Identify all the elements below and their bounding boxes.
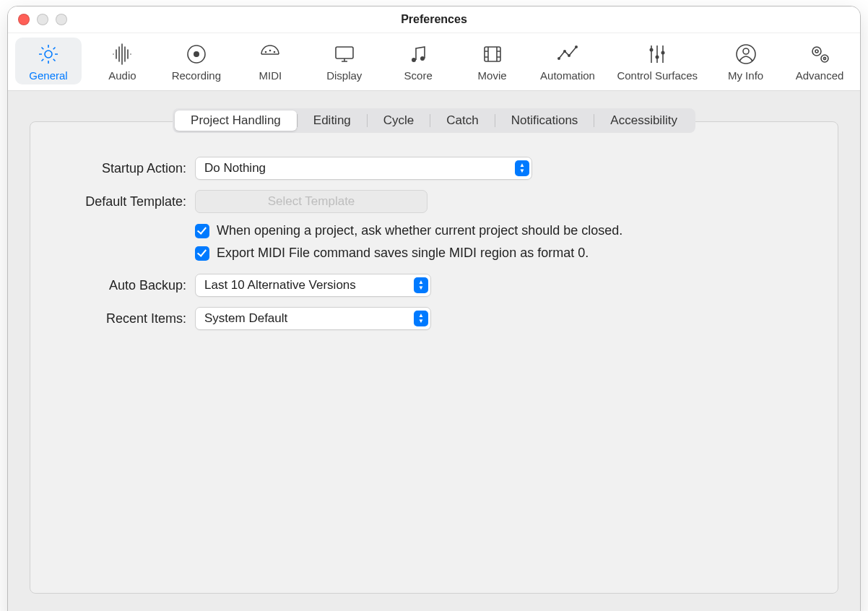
auto-backup-value: Last 10 Alternative Versions: [204, 278, 356, 292]
toolbar-item-advanced[interactable]: Advanced: [786, 38, 853, 84]
toolbar-label: My Info: [728, 69, 763, 82]
sub-tab-bar: Project Handling Editing Cycle Catch Not…: [173, 108, 695, 133]
export-midi-format0-checkbox[interactable]: [195, 246, 209, 261]
ask-close-project-checkbox[interactable]: [195, 224, 209, 238]
record-icon: [184, 42, 209, 66]
svg-point-22: [823, 57, 825, 59]
waveform-icon: [110, 42, 134, 66]
toolbar-item-midi[interactable]: MIDI: [237, 38, 303, 84]
svg-point-16: [661, 51, 665, 55]
toolbar-label: Advanced: [796, 69, 844, 82]
svg-point-14: [650, 48, 654, 52]
toolbar-item-my-info[interactable]: My Info: [713, 38, 779, 84]
svg-point-12: [568, 54, 570, 57]
toolbar-item-score[interactable]: Score: [385, 38, 451, 84]
preferences-toolbar: General Audio Recording MIDI Display: [8, 33, 860, 91]
toolbar-label: MIDI: [259, 69, 282, 82]
svg-point-11: [563, 50, 566, 53]
tab-editing[interactable]: Editing: [298, 110, 367, 131]
toolbar-label: Display: [326, 69, 362, 82]
svg-point-5: [274, 51, 276, 53]
content-area: Project Handling Editing Cycle Catch Not…: [8, 91, 860, 611]
toolbar-label: Audio: [108, 69, 136, 82]
auto-backup-popup[interactable]: Last 10 Alternative Versions: [195, 274, 431, 297]
svg-point-19: [812, 47, 821, 56]
svg-point-2: [194, 51, 199, 57]
toolbar-item-automation[interactable]: Automation: [533, 38, 602, 84]
svg-point-10: [557, 57, 560, 60]
automation-curve-icon: [555, 42, 580, 66]
toolbar-label: Automation: [540, 69, 595, 82]
svg-point-0: [45, 51, 52, 58]
music-notes-icon: [406, 42, 430, 66]
recent-items-value: System Default: [204, 311, 287, 326]
default-template-label: Default Template:: [56, 194, 195, 209]
window-title: Preferences: [8, 13, 860, 26]
svg-point-3: [265, 51, 267, 53]
sliders-icon: [645, 42, 669, 66]
toolbar-item-control-surfaces[interactable]: Control Surfaces: [609, 38, 705, 84]
preferences-window: Preferences General Audio Recording MI: [7, 6, 861, 611]
svg-point-18: [743, 48, 749, 54]
export-midi-format0-label: Export MIDI File command saves single MI…: [217, 246, 589, 261]
toolbar-label: Score: [404, 69, 433, 82]
toolbar-item-general[interactable]: General: [15, 38, 82, 84]
person-circle-icon: [734, 42, 758, 66]
popup-stepper-icon: [515, 160, 529, 176]
tab-catch[interactable]: Catch: [430, 110, 494, 131]
tab-cycle[interactable]: Cycle: [368, 110, 430, 131]
toolbar-label: Recording: [172, 69, 221, 82]
gear-icon: [36, 42, 61, 66]
recent-items-popup[interactable]: System Default: [195, 307, 431, 330]
toolbar-label: Movie: [478, 69, 507, 82]
svg-rect-6: [336, 47, 353, 58]
auto-backup-label: Auto Backup:: [56, 278, 195, 293]
toolbar-label: General: [29, 69, 67, 82]
toolbar-item-audio[interactable]: Audio: [89, 38, 155, 84]
toolbar-label: Control Surfaces: [617, 69, 698, 82]
svg-point-8: [420, 56, 425, 61]
svg-rect-9: [485, 47, 500, 61]
project-handling-panel: Startup Action: Do Nothing Default Templ…: [30, 121, 838, 594]
popup-stepper-icon: [414, 277, 428, 293]
startup-action-popup[interactable]: Do Nothing: [195, 157, 532, 180]
recent-items-label: Recent Items:: [56, 311, 195, 326]
tab-project-handling[interactable]: Project Handling: [175, 110, 297, 131]
svg-point-15: [656, 56, 659, 59]
startup-action-value: Do Nothing: [204, 161, 266, 176]
toolbar-item-display[interactable]: Display: [311, 38, 378, 84]
midi-port-icon: [258, 42, 282, 66]
tab-notifications[interactable]: Notifications: [495, 110, 594, 131]
toolbar-item-movie[interactable]: Movie: [459, 38, 526, 84]
toolbar-item-recording[interactable]: Recording: [163, 38, 230, 84]
ask-close-project-label: When opening a project, ask whether curr…: [217, 223, 622, 238]
svg-point-21: [821, 55, 828, 62]
svg-point-4: [269, 50, 272, 52]
gears-icon: [807, 42, 832, 66]
svg-point-7: [412, 58, 416, 62]
tab-accessibility[interactable]: Accessibility: [594, 110, 693, 131]
select-template-text: Select Template: [268, 194, 355, 209]
svg-point-13: [575, 46, 578, 48]
display-icon: [332, 42, 357, 66]
startup-action-label: Startup Action:: [56, 161, 195, 176]
select-template-button: Select Template: [195, 190, 428, 213]
filmstrip-icon: [480, 42, 505, 66]
svg-point-20: [815, 50, 818, 53]
popup-stepper-icon: [414, 311, 428, 326]
titlebar: Preferences: [8, 6, 860, 33]
